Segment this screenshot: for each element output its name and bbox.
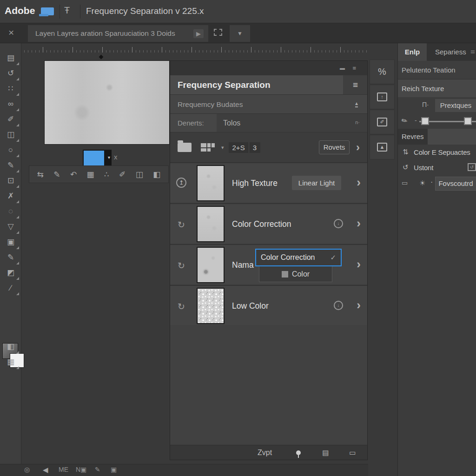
rovets-button[interactable]: Rovets (319, 140, 350, 154)
marquee-tool[interactable]: ▤ (3, 52, 18, 65)
slider-handle-left[interactable] (421, 117, 429, 125)
tab-dropdown-button[interactable]: ▼ (230, 25, 250, 42)
right-row-1[interactable]: Pelutento Teation (398, 61, 476, 79)
panel-subtitle-row[interactable]: Rrequemcy Budates ▴ (170, 94, 367, 113)
back-icon[interactable]: ◀ (43, 466, 48, 474)
list-item-ustont[interactable]: ↺ Ustont ↺ (398, 160, 476, 175)
half-icon[interactable]: ◧ (153, 170, 160, 179)
grid-icon[interactable]: ▦ (87, 170, 94, 179)
panel-menu-icon[interactable]: ≡ (352, 65, 356, 72)
mask-tool[interactable]: ◧ (3, 341, 18, 354)
sync-icon[interactable]: ↻ (178, 219, 185, 230)
layer-thumbnail[interactable] (197, 206, 225, 242)
pencil-icon[interactable]: ✎ (53, 170, 60, 179)
revres-section: Revres (398, 129, 476, 145)
dashed-selection-icon[interactable] (214, 29, 222, 36)
gradient-tool[interactable]: ▽ (3, 221, 18, 234)
rectangle-icon[interactable]: ▭ (349, 449, 356, 457)
hand-icon[interactable]: ✎ (95, 466, 100, 473)
sun-icon[interactable]: ☀ (419, 179, 425, 187)
layer-row-low-color[interactable]: ↻ Low Color ↓ › (170, 285, 367, 325)
rectangle-icon[interactable]: ▭ (402, 179, 408, 186)
document-tab[interactable]: Layen Layres aration Sparuuciation 3 Doi… (28, 25, 208, 42)
folder-icon[interactable] (178, 143, 192, 152)
layer-thumbnail[interactable] (197, 288, 225, 324)
crop-tool[interactable]: ∞ (3, 98, 18, 111)
grid-tool[interactable]: ▦ (3, 356, 18, 369)
pin-icon[interactable] (296, 450, 301, 455)
frame-icon[interactable]: ▣ (111, 466, 117, 473)
annotate-button[interactable]: ✐ (370, 110, 395, 134)
frames-icon[interactable]: ◫ (136, 170, 143, 179)
eyedropper-tool[interactable]: ✐ (3, 113, 18, 126)
right-row-2[interactable]: Reich Texture (398, 79, 476, 97)
caret-down-icon[interactable]: ▾ (108, 155, 110, 160)
lasso-tool[interactable]: ↺ (3, 67, 18, 80)
sync-icon[interactable]: ↻ (178, 260, 185, 271)
visibility-icon[interactable]: ↥ (176, 178, 186, 188)
canvas-image[interactable] (44, 60, 170, 145)
brush-tool[interactable]: ✎ (3, 159, 18, 172)
layer-thumbnail[interactable] (197, 247, 225, 283)
sort-icon[interactable]: ▴ (355, 100, 358, 107)
minimize-icon[interactable]: ▬ (340, 65, 345, 71)
list-item-color-sepuactes[interactable]: ⇅ Color E Sepuactes (398, 145, 476, 160)
layer-row-high-texture[interactable]: ↥ High Texture Linear Light › (170, 162, 367, 202)
layer-row-color-correction[interactable]: ↻ Color Correction ↓ › (170, 203, 367, 243)
sync-icon[interactable]: ↻ (178, 301, 185, 312)
tab-enlp[interactable]: Enlp (398, 43, 427, 61)
slider-handle-right[interactable] (464, 117, 472, 125)
no-icon[interactable]: N▣ (76, 466, 86, 473)
close-icon[interactable]: × (8, 27, 14, 38)
history-icon[interactable]: ↓ (334, 301, 343, 310)
me-icon[interactable]: ME (59, 466, 68, 473)
dropdown-selected-option[interactable]: Color Correction ✓ (255, 249, 342, 266)
layer-thumbnail[interactable] (197, 165, 225, 201)
preview-icon[interactable]: ◎ (24, 466, 30, 473)
dropdown-option-color[interactable]: Color (259, 266, 332, 282)
magnifier-tool[interactable]: ◌ (3, 205, 18, 218)
shape-tool[interactable]: ◩ (3, 267, 18, 280)
list-icon[interactable]: ▤ (322, 449, 329, 457)
chevron-right-icon[interactable]: › (356, 141, 360, 154)
play-icon[interactable]: ▶ (193, 29, 204, 38)
thumbnails-grid-icon[interactable] (201, 143, 215, 152)
stamp-tool[interactable]: ⊡ (3, 175, 18, 188)
pin-tool-icon[interactable]: ✐ (119, 170, 126, 179)
eraser-tool[interactable]: ✗ (3, 190, 18, 203)
color-picker-swatch[interactable]: ▾ (83, 150, 112, 166)
chevron-right-icon[interactable]: › (357, 175, 361, 190)
chevron-right-icon[interactable]: › (357, 257, 361, 271)
zoom-tool[interactable]: ○ (3, 144, 18, 157)
select-tool[interactable]: ∷ (3, 83, 18, 96)
presets-button[interactable]: Prextques (435, 99, 476, 112)
tab-separiess[interactable]: Separiess (435, 43, 466, 61)
density-value[interactable]: Tolos (223, 114, 240, 132)
transform-icon[interactable]: ⇆ (37, 170, 44, 179)
rotate-icon[interactable]: ↶ (70, 170, 77, 179)
history-icon[interactable]: ↓ (334, 219, 343, 228)
line-tool[interactable]: ∕ (3, 282, 18, 295)
tabs-menu-icon[interactable]: = (470, 43, 475, 61)
caret-down-icon[interactable]: ▾ (221, 145, 224, 151)
foreground-button[interactable]: Fovscoutrd (435, 177, 476, 191)
panel-subtitle: Rrequemcy Budates (178, 100, 243, 108)
refresh-box-icon[interactable]: ↺ (468, 163, 476, 171)
filter-badge-1[interactable]: 2+S (229, 142, 249, 153)
chevron-right-icon[interactable]: › (357, 216, 361, 231)
dodge-tool[interactable]: ▣ (3, 236, 18, 249)
slice-button[interactable]: % (370, 60, 395, 84)
footer-label[interactable]: Zvpt (258, 449, 272, 457)
healing-tool[interactable]: ◫ (3, 129, 18, 142)
chevron-right-icon[interactable]: › (357, 298, 361, 312)
blend-mode-badge[interactable]: Linear Light (292, 176, 341, 190)
revres-label[interactable]: Revres (398, 129, 428, 145)
image-button[interactable]: ▲ (370, 135, 395, 159)
text-tool-icon[interactable]: Ŧ (64, 5, 70, 16)
pen-tool[interactable]: ✎ (3, 251, 18, 264)
filter-badge-2[interactable]: 3 (249, 142, 260, 153)
density-small-icon[interactable]: n· (355, 119, 360, 125)
scatter-icon[interactable]: ∴ (104, 170, 109, 179)
hamburger-icon[interactable]: ≡ (353, 75, 358, 94)
select-up-button[interactable]: ↑ (370, 85, 395, 109)
